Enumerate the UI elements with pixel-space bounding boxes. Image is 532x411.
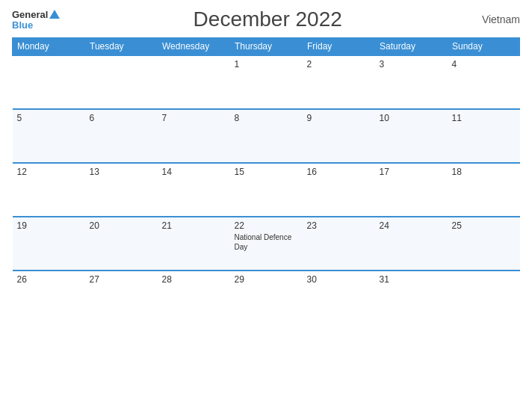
day-cell: 25 xyxy=(448,217,520,271)
week-row-0: 1234 xyxy=(13,55,520,109)
day-number: 29 xyxy=(235,274,298,285)
day-cell: 30 xyxy=(303,271,375,324)
day-number: 30 xyxy=(307,274,371,285)
week-row-1: 567891011 xyxy=(13,109,520,163)
calendar-table: Monday Tuesday Wednesday Thursday Friday… xyxy=(12,37,520,324)
day-number: 10 xyxy=(380,113,443,123)
day-number: 4 xyxy=(452,59,516,69)
event-label: National Defence Day xyxy=(235,232,298,252)
day-number: 23 xyxy=(307,220,371,231)
col-friday: Friday xyxy=(303,38,375,56)
day-number: 21 xyxy=(162,220,226,231)
day-cell: 15 xyxy=(230,163,303,217)
day-number: 5 xyxy=(17,113,81,123)
day-number: 19 xyxy=(17,220,81,231)
day-cell: 16 xyxy=(303,163,375,217)
logo-general-text: General xyxy=(12,10,48,19)
day-number: 12 xyxy=(17,167,81,177)
day-cell: 4 xyxy=(448,55,520,109)
day-number: 3 xyxy=(380,59,443,69)
day-number: 20 xyxy=(90,220,153,231)
day-number: 13 xyxy=(90,167,153,177)
col-monday: Monday xyxy=(13,38,85,56)
day-cell xyxy=(158,55,230,109)
day-number: 2 xyxy=(307,59,371,69)
header: General Blue December 2022 Vietnam xyxy=(12,7,520,31)
day-cell: 7 xyxy=(158,109,230,163)
day-cell: 26 xyxy=(13,271,85,324)
day-cell: 10 xyxy=(375,109,448,163)
day-number: 27 xyxy=(90,274,153,285)
day-cell: 9 xyxy=(303,109,375,163)
week-row-2: 12131415161718 xyxy=(13,163,520,217)
day-cell: 23 xyxy=(303,217,375,271)
col-tuesday: Tuesday xyxy=(85,38,158,56)
logo-wrapper: General Blue xyxy=(12,10,60,30)
col-saturday: Saturday xyxy=(375,38,448,56)
day-cell: 17 xyxy=(375,163,448,217)
day-cell: 19 xyxy=(13,217,85,271)
day-cell: 8 xyxy=(230,109,303,163)
col-wednesday: Wednesday xyxy=(158,38,230,56)
day-number: 14 xyxy=(162,167,226,177)
day-cell xyxy=(448,271,520,324)
day-number: 17 xyxy=(380,167,443,177)
day-cell: 14 xyxy=(158,163,230,217)
day-cell: 12 xyxy=(13,163,85,217)
col-sunday: Sunday xyxy=(448,38,520,56)
day-cell xyxy=(85,55,158,109)
day-cell: 31 xyxy=(375,271,448,324)
day-cell xyxy=(13,55,85,109)
month-title: December 2022 xyxy=(60,7,475,31)
day-number: 18 xyxy=(452,167,516,177)
day-cell: 28 xyxy=(158,271,230,324)
logo-top-row: General xyxy=(12,10,60,20)
day-number: 25 xyxy=(452,220,516,231)
col-thursday: Thursday xyxy=(230,38,303,56)
days-header-row: Monday Tuesday Wednesday Thursday Friday… xyxy=(13,38,520,56)
day-number: 31 xyxy=(380,274,443,285)
calendar-page: General Blue December 2022 Vietnam Monda… xyxy=(0,0,532,411)
week-row-3: 19202122National Defence Day232425 xyxy=(13,217,520,271)
day-number: 28 xyxy=(162,274,226,285)
calendar-header: Monday Tuesday Wednesday Thursday Friday… xyxy=(13,38,520,56)
day-cell: 1 xyxy=(230,55,303,109)
day-cell: 2 xyxy=(303,55,375,109)
day-number: 1 xyxy=(235,59,298,69)
day-number: 9 xyxy=(307,113,371,123)
day-number: 11 xyxy=(452,113,516,123)
day-cell: 21 xyxy=(158,217,230,271)
logo-triangle-icon xyxy=(49,10,60,19)
day-cell: 3 xyxy=(375,55,448,109)
day-number: 26 xyxy=(17,274,81,285)
day-cell: 24 xyxy=(375,217,448,271)
week-row-4: 262728293031 xyxy=(13,271,520,324)
day-number: 22 xyxy=(235,220,298,231)
day-cell: 13 xyxy=(85,163,158,217)
day-cell: 29 xyxy=(230,271,303,324)
calendar-body: 12345678910111213141516171819202122Natio… xyxy=(13,55,520,324)
day-cell: 27 xyxy=(85,271,158,324)
day-cell: 11 xyxy=(448,109,520,163)
country-label: Vietnam xyxy=(475,13,520,25)
day-cell: 20 xyxy=(85,217,158,271)
day-number: 24 xyxy=(380,220,443,231)
day-number: 6 xyxy=(90,113,153,123)
day-cell: 22National Defence Day xyxy=(230,217,303,271)
logo: General Blue xyxy=(12,10,60,30)
day-number: 7 xyxy=(162,113,226,123)
day-cell: 18 xyxy=(448,163,520,217)
day-number: 8 xyxy=(235,113,298,123)
day-number: 16 xyxy=(307,167,371,177)
day-number: 15 xyxy=(235,167,298,177)
logo-blue-text: Blue xyxy=(12,20,60,30)
day-cell: 5 xyxy=(13,109,85,163)
day-cell: 6 xyxy=(85,109,158,163)
